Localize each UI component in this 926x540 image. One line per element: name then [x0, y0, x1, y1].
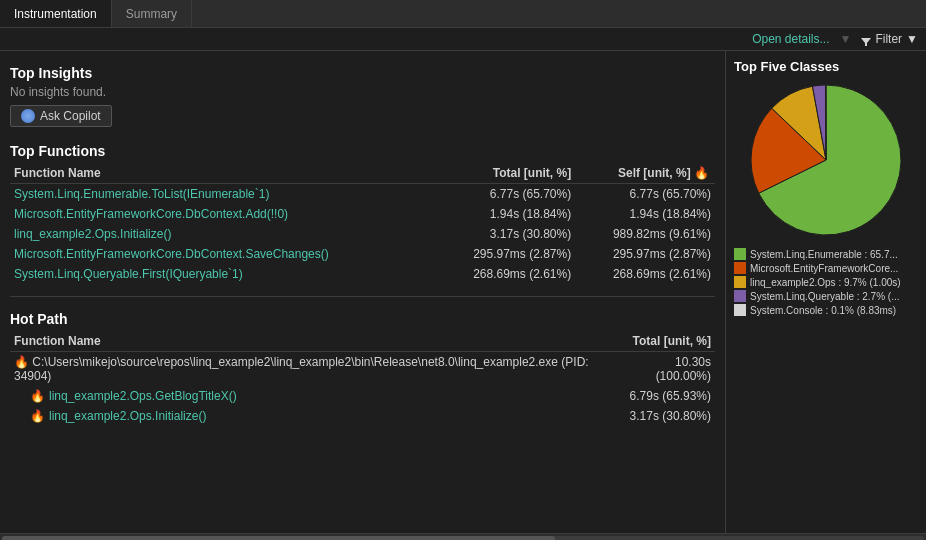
legend-text: System.Console : 0.1% (8.83ms) — [750, 305, 896, 316]
main-layout: Top Insights No insights found. Ask Copi… — [0, 51, 926, 533]
table-row[interactable]: Microsoft.EntityFrameworkCore.DbContext.… — [10, 244, 715, 264]
bottom-scrollbar[interactable] — [0, 533, 926, 540]
top-insights-title: Top Insights — [10, 65, 715, 81]
ask-copilot-button[interactable]: Ask Copilot — [10, 105, 112, 127]
hp-func-total: 3.17s (30.80%) — [619, 406, 715, 426]
filter-icon — [861, 35, 871, 43]
table-row[interactable]: System.Linq.Enumerable.ToList(IEnumerabl… — [10, 184, 715, 205]
hot-path-table: Function Name Total [unit, %] 🔥 C:\Users… — [10, 331, 715, 426]
func-self: 989.82ms (9.61%) — [575, 224, 715, 244]
legend-color-box — [734, 276, 746, 288]
svg-marker-0 — [861, 38, 871, 46]
tab-summary[interactable]: Summary — [112, 0, 192, 27]
hp-func-name: 🔥linq_example2.Ops.Initialize() — [10, 406, 619, 426]
func-total: 6.77s (65.70%) — [435, 184, 575, 205]
hp-table-row[interactable]: 🔥linq_example2.Ops.GetBlogTitleX() 6.79s… — [10, 386, 715, 406]
legend-item: Microsoft.EntityFrameworkCore... — [734, 262, 918, 274]
ask-copilot-label: Ask Copilot — [40, 109, 101, 123]
func-total: 1.94s (18.84%) — [435, 204, 575, 224]
hp-table-row[interactable]: 🔥 C:\Users\mikejo\source\repos\linq_exam… — [10, 352, 715, 387]
func-name: Microsoft.EntityFrameworkCore.DbContext.… — [10, 244, 435, 264]
pie-chart-title: Top Five Classes — [734, 59, 918, 74]
open-details-link[interactable]: Open details... — [752, 32, 829, 46]
right-panel: Top Five Classes System.Linq.Enumerable … — [726, 51, 926, 533]
flame-icon: 🔥 — [30, 389, 45, 403]
col-function-name: Function Name — [10, 163, 435, 184]
legend-color-box — [734, 304, 746, 316]
table-row[interactable]: System.Linq.Queryable.First(IQueryable`1… — [10, 264, 715, 284]
legend-text: System.Linq.Enumerable : 65.7... — [750, 249, 898, 260]
hp-col-function-name: Function Name — [10, 331, 619, 352]
tab-summary-label: Summary — [126, 7, 177, 21]
legend-item: System.Linq.Enumerable : 65.7... — [734, 248, 918, 260]
top-functions-title: Top Functions — [10, 143, 715, 159]
toolbar-separator: ▼ — [840, 32, 852, 46]
hot-path-title: Hot Path — [10, 311, 715, 327]
pie-chart-svg — [746, 80, 906, 240]
filter-label: Filter — [875, 32, 902, 46]
copilot-icon — [21, 109, 35, 123]
pie-chart-container — [734, 80, 918, 240]
filter-dropdown-icon: ▼ — [906, 32, 918, 46]
hp-func-total: 10.30s (100.00%) — [619, 352, 715, 387]
table-row[interactable]: linq_example2.Ops.Initialize() 3.17s (30… — [10, 224, 715, 244]
func-self: 1.94s (18.84%) — [575, 204, 715, 224]
hp-func-name: 🔥linq_example2.Ops.GetBlogTitleX() — [10, 386, 619, 406]
pie-legend: System.Linq.Enumerable : 65.7... Microso… — [734, 248, 918, 318]
func-self: 268.69ms (2.61%) — [575, 264, 715, 284]
tabs-bar: Instrumentation Summary — [0, 0, 926, 28]
func-total: 295.97ms (2.87%) — [435, 244, 575, 264]
func-self: 6.77s (65.70%) — [575, 184, 715, 205]
scrollbar-track — [2, 536, 924, 541]
tab-instrumentation-label: Instrumentation — [14, 7, 97, 21]
legend-color-box — [734, 290, 746, 302]
func-name: linq_example2.Ops.Initialize() — [10, 224, 435, 244]
legend-color-box — [734, 248, 746, 260]
hot-path-section: Hot Path Function Name Total [unit, %] 🔥… — [10, 296, 715, 426]
hp-func-total: 6.79s (65.93%) — [619, 386, 715, 406]
flame-icon: 🔥 — [30, 409, 45, 423]
tab-instrumentation[interactable]: Instrumentation — [0, 0, 112, 27]
legend-text: System.Linq.Queryable : 2.7% (... — [750, 291, 900, 302]
scrollbar-thumb — [2, 536, 555, 541]
flame-header-icon: 🔥 — [694, 166, 709, 180]
hp-table-row[interactable]: 🔥linq_example2.Ops.Initialize() 3.17s (3… — [10, 406, 715, 426]
func-name: System.Linq.Queryable.First(IQueryable`1… — [10, 264, 435, 284]
legend-color-box — [734, 262, 746, 274]
legend-item: System.Linq.Queryable : 2.7% (... — [734, 290, 918, 302]
col-self: Self [unit, %] 🔥 — [575, 163, 715, 184]
left-panel: Top Insights No insights found. Ask Copi… — [0, 51, 726, 533]
top-functions-table: Function Name Total [unit, %] Self [unit… — [10, 163, 715, 284]
path-flame-icon: 🔥 — [14, 355, 29, 369]
func-name: System.Linq.Enumerable.ToList(IEnumerabl… — [10, 184, 435, 205]
legend-item: linq_example2.Ops : 9.7% (1.00s) — [734, 276, 918, 288]
hp-func-name: 🔥 C:\Users\mikejo\source\repos\linq_exam… — [10, 352, 619, 387]
func-total: 268.69ms (2.61%) — [435, 264, 575, 284]
toolbar: Open details... ▼ Filter ▼ — [0, 28, 926, 51]
col-total: Total [unit, %] — [435, 163, 575, 184]
legend-text: linq_example2.Ops : 9.7% (1.00s) — [750, 277, 901, 288]
table-row[interactable]: Microsoft.EntityFrameworkCore.DbContext.… — [10, 204, 715, 224]
func-total: 3.17s (30.80%) — [435, 224, 575, 244]
legend-item: System.Console : 0.1% (8.83ms) — [734, 304, 918, 316]
hp-col-total: Total [unit, %] — [619, 331, 715, 352]
func-self: 295.97ms (2.87%) — [575, 244, 715, 264]
legend-text: Microsoft.EntityFrameworkCore... — [750, 263, 898, 274]
filter-button[interactable]: Filter ▼ — [861, 32, 918, 46]
func-name: Microsoft.EntityFrameworkCore.DbContext.… — [10, 204, 435, 224]
no-insights-text: No insights found. — [10, 85, 715, 99]
